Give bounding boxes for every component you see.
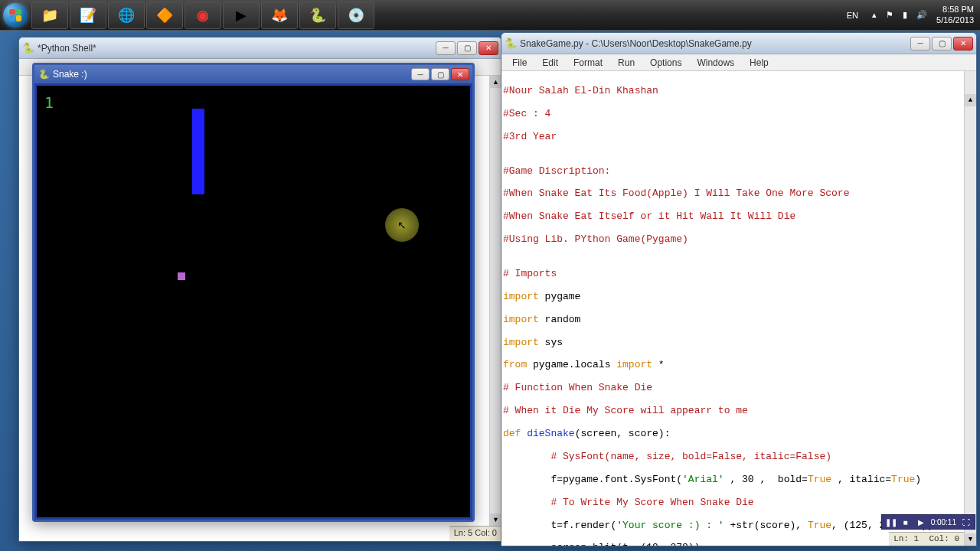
- game-canvas[interactable]: 1 ↖: [34, 83, 472, 520]
- menu-file[interactable]: File: [506, 56, 533, 70]
- minimize-button[interactable]: ─: [436, 41, 456, 55]
- code-line: import sys: [503, 337, 975, 349]
- shell-titlebar[interactable]: 🐍 *Python Shell* ─ ▢ ✕: [19, 37, 501, 59]
- code-line: # SysFont(name, size, bold=False, italic…: [503, 452, 975, 463]
- code-line: # To Write My Score When Snake Die: [503, 497, 975, 509]
- menu-edit[interactable]: Edit: [536, 56, 564, 70]
- close-button[interactable]: ✕: [953, 37, 973, 51]
- taskbar-app-chrome[interactable]: 🌐: [108, 2, 145, 29]
- snake-body: [192, 109, 204, 194]
- media-prev-icon[interactable]: ❚❚: [885, 518, 896, 527]
- code-line: #Using Lib. PYthon Game(Pygame): [503, 234, 975, 246]
- code-line: #3rd Year: [503, 132, 975, 143]
- clock-time: 8:58 PM: [936, 5, 974, 15]
- cursor-arrow-icon: ↖: [397, 219, 407, 231]
- code-line: from pygame.locals import *: [503, 360, 975, 371]
- clock-date: 5/16/2013: [936, 15, 974, 25]
- taskbar-app-recorder[interactable]: ◉: [185, 2, 221, 29]
- code-line: # Function When Snake Die: [503, 383, 975, 394]
- snake-game-window[interactable]: 🐍 Snake :) ─ ▢ ✕ 1 ↖: [32, 63, 475, 522]
- snake-title: Snake :): [53, 69, 411, 80]
- snake-icon: 🐍: [38, 68, 50, 80]
- menu-windows[interactable]: Windows: [691, 56, 740, 70]
- idle-menubar: File Edit Format Run Options Windows Hel…: [501, 54, 976, 71]
- food-dot: [178, 272, 185, 280]
- taskbar-app-vlc[interactable]: 🔶: [146, 2, 183, 29]
- taskbar-app-disc[interactable]: 💿: [338, 2, 374, 29]
- media-time: 0:00:11: [931, 518, 956, 527]
- maximize-button[interactable]: ▢: [431, 68, 449, 80]
- media-play-icon[interactable]: ▶: [916, 518, 926, 527]
- idle-titlebar[interactable]: 🐍 SnakeGame.py - C:\Users\Noor\Desktop\S…: [501, 33, 976, 54]
- idle-editor-window[interactable]: 🐍 SnakeGame.py - C:\Users\Noor\Desktop\S…: [501, 32, 977, 546]
- score-text: 1: [44, 93, 54, 112]
- scroll-up-icon[interactable]: ▲: [490, 76, 501, 88]
- taskbar-app-python[interactable]: 🐍: [299, 2, 336, 29]
- scroll-up-icon[interactable]: ▲: [965, 94, 976, 106]
- code-line: # When it Die My Score will appearr to m…: [503, 406, 975, 417]
- code-line: # Imports: [503, 269, 975, 280]
- code-line: import pygame: [503, 292, 975, 303]
- code-line: def dieSnake(screen, score):: [503, 429, 975, 440]
- clock[interactable]: 8:58 PM 5/16/2013: [936, 5, 974, 24]
- language-indicator[interactable]: EN: [842, 9, 863, 21]
- windows-logo-icon: [3, 3, 28, 28]
- tray-arrow-icon[interactable]: ▴: [872, 10, 877, 20]
- idle-title: SnakeGame.py - C:\Users\Noor\Desktop\Sna…: [520, 38, 910, 49]
- shell-status: Ln: 5 Col: 0: [449, 526, 501, 541]
- code-line: import random: [503, 315, 975, 326]
- start-button[interactable]: [0, 0, 31, 31]
- maximize-button[interactable]: ▢: [932, 37, 952, 51]
- minimize-button[interactable]: ─: [411, 68, 430, 80]
- flag-icon[interactable]: ⚑: [886, 10, 893, 20]
- taskbar: 📁 📝 🌐 🔶 ◉ ▶ 🦊 🐍 💿 EN ▴ ⚑ ▮ 🔊 8:58 PM 5/1…: [0, 0, 980, 31]
- media-overlay[interactable]: ❚❚ ■ ▶ 0:00:11 ⛶: [881, 514, 975, 530]
- shell-scrollbar[interactable]: ▲ ▼: [489, 76, 501, 526]
- snake-titlebar[interactable]: 🐍 Snake :) ─ ▢ ✕: [34, 65, 472, 83]
- taskbar-app-media[interactable]: ▶: [223, 2, 260, 29]
- taskbar-app-notepad[interactable]: 📝: [70, 2, 106, 29]
- editor-scrollbar[interactable]: ▲ ▼: [964, 71, 976, 546]
- menu-format[interactable]: Format: [567, 56, 609, 70]
- system-tray: EN ▴ ⚑ ▮ 🔊 8:58 PM 5/16/2013: [842, 5, 980, 24]
- media-expand-icon[interactable]: ⛶: [961, 518, 972, 527]
- scroll-down-icon[interactable]: ▼: [490, 514, 501, 526]
- close-button[interactable]: ✕: [479, 41, 498, 55]
- menu-run[interactable]: Run: [612, 56, 641, 70]
- code-line: #When Snake Eat Itself or it Hit Wall It…: [503, 211, 975, 223]
- code-line: f=pygame.font.SysFont('Arial' , 30 , bol…: [503, 474, 975, 486]
- scroll-down-icon[interactable]: ▼: [965, 533, 976, 546]
- code-line: #Sec : 4: [503, 109, 975, 120]
- shell-title: *Python Shell*: [38, 43, 436, 54]
- network-icon[interactable]: ▮: [903, 10, 907, 20]
- taskbar-app-explorer[interactable]: 📁: [31, 2, 68, 29]
- menu-help[interactable]: Help: [743, 56, 775, 70]
- idle-icon: 🐍: [505, 37, 517, 50]
- close-button[interactable]: ✕: [451, 68, 469, 80]
- menu-options[interactable]: Options: [644, 56, 688, 70]
- media-stop-icon[interactable]: ■: [900, 518, 911, 527]
- minimize-button[interactable]: ─: [910, 37, 930, 51]
- volume-icon[interactable]: 🔊: [916, 10, 927, 20]
- taskbar-app-firefox[interactable]: 🦊: [261, 2, 298, 29]
- editor-status: Ln: 1 Col: 0: [889, 532, 964, 546]
- idle-icon: 🐍: [22, 42, 34, 54]
- cursor-highlight: ↖: [385, 208, 419, 242]
- code-line: #When Snake Eat Its Food(Apple) I Will T…: [503, 188, 975, 200]
- code-editor[interactable]: #Nour Salah El-Din Khashan #Sec : 4 #3rd…: [501, 71, 976, 546]
- code-line: #Game Discription:: [503, 166, 975, 178]
- code-line: #Nour Salah El-Din Khashan: [503, 86, 975, 97]
- maximize-button[interactable]: ▢: [457, 41, 477, 55]
